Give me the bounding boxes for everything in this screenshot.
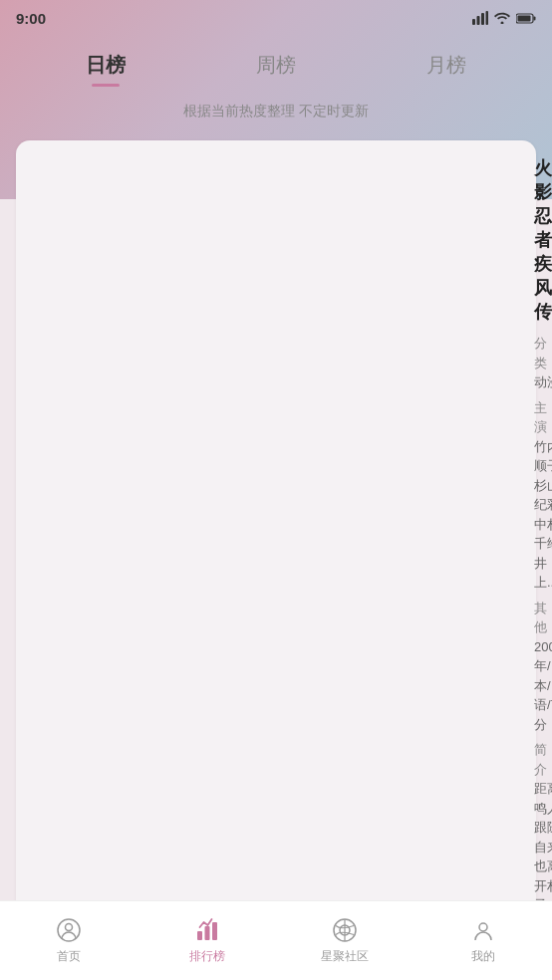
nav-home-label: 首页 — [57, 948, 81, 965]
label-category: 分类： — [534, 336, 552, 370]
bottom-nav: 首页 排行榜 星聚社区 — [0, 900, 552, 980]
cards-container: 火影忍者疾风传 分类：动漫 主演：竹内顺子,杉山纪彩,中村千绘,井上... 其他… — [0, 140, 552, 900]
svg-rect-16 — [204, 926, 209, 940]
main-content: 日榜 周榜 月榜 根据当前热度整理 不定时更新 火影忍者疾风传 分类：动漫 主演… — [0, 36, 552, 900]
nav-ranking-label: 排行榜 — [189, 948, 225, 965]
svg-rect-6 — [534, 16, 536, 20]
status-time: 9:00 — [16, 10, 46, 27]
card-category-naruto: 分类：动漫 — [534, 334, 552, 392]
nav-community[interactable]: 星聚社区 — [276, 916, 414, 965]
nav-home[interactable]: 首页 — [0, 916, 138, 965]
svg-rect-15 — [197, 931, 202, 940]
tab-daily[interactable]: 日榜 — [20, 52, 190, 87]
nav-ranking[interactable]: 排行榜 — [138, 916, 277, 965]
svg-rect-2 — [481, 13, 484, 25]
svg-rect-3 — [486, 11, 489, 25]
card-naruto[interactable]: 火影忍者疾风传 分类：动漫 主演：竹内顺子,杉山纪彩,中村千绘,井上... 其他… — [16, 140, 536, 900]
signal-icon — [472, 11, 488, 25]
home-icon — [55, 916, 83, 944]
svg-point-21 — [479, 923, 487, 931]
subtitle-text: 根据当前热度整理 不定时更新 — [0, 103, 552, 121]
card-intro-naruto: 简介：距离鸣人跟随自来也离开村子外... — [534, 740, 552, 900]
status-icons — [472, 11, 536, 25]
wifi-icon — [494, 12, 510, 24]
battery-icon — [516, 13, 536, 24]
svg-rect-1 — [477, 16, 480, 25]
nav-mine-label: 我的 — [471, 948, 495, 965]
card-title-naruto: 火影忍者疾风传 — [534, 156, 552, 324]
label-other: 其他： — [534, 601, 552, 635]
tab-weekly[interactable]: 周榜 — [190, 52, 361, 87]
nav-community-label: 星聚社区 — [321, 948, 369, 965]
tab-monthly[interactable]: 月榜 — [362, 52, 532, 87]
mine-icon — [469, 916, 497, 944]
card-info-naruto: 火影忍者疾风传 分类：动漫 主演：竹内顺子,杉山纪彩,中村千绘,井上... 其他… — [534, 156, 552, 900]
svg-rect-17 — [212, 922, 217, 940]
tabs-container: 日榜 周榜 月榜 — [0, 36, 552, 87]
svg-rect-5 — [518, 15, 531, 21]
label-cast: 主演： — [534, 400, 552, 435]
ranking-icon — [193, 916, 221, 944]
community-icon — [331, 916, 359, 944]
status-bar: 9:00 — [0, 0, 552, 36]
svg-point-14 — [66, 924, 73, 931]
label-intro: 简介： — [534, 742, 552, 777]
nav-mine[interactable]: 我的 — [414, 916, 553, 965]
card-other-naruto: 其他：2007年/日本/日语/7.5分 — [534, 599, 552, 735]
card-cast-naruto: 主演：竹内顺子,杉山纪彩,中村千绘,井上... — [534, 398, 552, 593]
svg-rect-0 — [472, 19, 475, 25]
